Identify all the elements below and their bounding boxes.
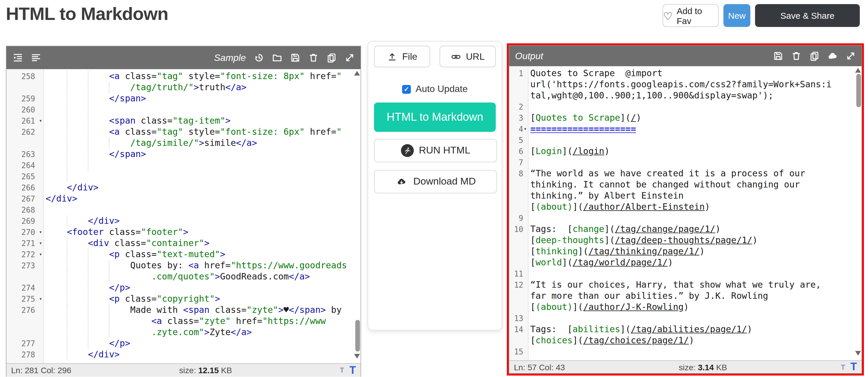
align-lines-icon[interactable]: [30, 52, 41, 63]
code-text[interactable]: </span>: [43, 149, 361, 160]
code-text[interactable]: Tags: [change](/tag/change/page/1/): [528, 224, 862, 235]
code-text[interactable]: thinking.” by Albert Einstein: [528, 191, 862, 202]
code-text[interactable]: [thinking](/tag/thinking/page/1/): [528, 246, 862, 257]
code-text[interactable]: <div class="container">: [43, 238, 361, 249]
code-text[interactable]: Made with <span class="zyte">♥</span> by: [43, 304, 361, 316]
copy-icon[interactable]: [326, 52, 337, 63]
code-text[interactable]: [528, 157, 862, 168]
code-text[interactable]: [Quotes to Scrape](/): [528, 113, 862, 124]
expand-icon[interactable]: [344, 52, 355, 63]
code-segment: /: [631, 113, 636, 123]
code-text[interactable]: “The world as we have created it is a pr…: [528, 168, 862, 179]
code-text[interactable]: Quotes by: <a href="https://www.goodread…: [43, 260, 361, 271]
font-small-toggle[interactable]: T: [841, 363, 845, 371]
code-text[interactable]: tal,wght@0,100..900;1,100..900&display=s…: [528, 90, 862, 102]
sample-label[interactable]: Sample: [214, 52, 246, 63]
copy-icon[interactable]: [809, 51, 819, 61]
fold-arrow-icon[interactable]: ▾: [39, 249, 42, 260]
indent-icon[interactable]: [12, 52, 23, 63]
code-text[interactable]: <p class="copyright">: [43, 293, 361, 304]
code-segment: ): [752, 235, 758, 245]
run-html-button[interactable]: RUN HTML: [374, 139, 497, 162]
code-text[interactable]: “It is our choices, Harry, that show wha…: [528, 280, 862, 291]
scrollbar-thumb[interactable]: [355, 320, 360, 351]
save-icon[interactable]: [773, 51, 783, 61]
url-button[interactable]: URL: [440, 46, 496, 67]
code-text[interactable]: </div>: [43, 193, 361, 204]
save-icon[interactable]: [290, 52, 300, 63]
font-small-toggle[interactable]: T: [340, 366, 344, 374]
code-text[interactable]: .com/quotes">GoodReads.com</a>: [43, 271, 361, 282]
code-text[interactable]: far more than our abilities.” by J.K. Ro…: [528, 291, 862, 302]
code-text[interactable]: url('https://fonts.googleapis.com/css2?f…: [528, 79, 862, 90]
code-text[interactable]: </span>: [43, 93, 361, 104]
code-text[interactable]: ====================: [528, 124, 862, 135]
trash-icon[interactable]: [791, 51, 801, 61]
code-text[interactable]: <a class="tag" style="font-size: 8px" hr…: [43, 71, 361, 82]
code-text[interactable]: <a class="zyte" href="https://www: [43, 316, 361, 327]
code-text[interactable]: [43, 204, 361, 215]
code-text[interactable]: [528, 346, 862, 357]
indent-guide: [67, 126, 67, 138]
code-text[interactable]: [world](/tag/world/page/1/): [528, 257, 862, 268]
folder-icon[interactable]: [272, 52, 282, 63]
output-code-area[interactable]: 1Quotes to Scrape @importurl('https://fo…: [509, 66, 862, 360]
code-text[interactable]: thinking. It cannot be changed without c…: [528, 179, 862, 191]
code-segment: [: [530, 235, 535, 245]
trash-icon[interactable]: [308, 52, 318, 63]
cloud-download-icon[interactable]: [827, 51, 838, 61]
code-text[interactable]: </p>: [43, 338, 361, 349]
code-text[interactable]: [43, 171, 361, 182]
code-text[interactable]: [Login](/login): [528, 146, 862, 157]
code-text[interactable]: </p>: [43, 282, 361, 293]
code-text[interactable]: [deep-thoughts](/tag/deep-thoughts/page/…: [528, 235, 862, 246]
fold-arrow-icon[interactable]: ▾: [39, 293, 42, 304]
code-text[interactable]: .zyte.com">Zyte</a>: [43, 327, 361, 338]
scroll-down-arrow[interactable]: [855, 351, 861, 356]
history-icon[interactable]: [253, 52, 264, 63]
fold-arrow-icon[interactable]: ▾: [39, 115, 42, 126]
code-text[interactable]: [(about)](/author/J-K-Rowling): [528, 302, 862, 313]
code-segment: <span: [109, 115, 141, 126]
add-to-fav-button[interactable]: ♡ Add to Fav: [662, 4, 719, 27]
save-share-button[interactable]: Save & Share: [755, 4, 860, 27]
scroll-up-arrow[interactable]: [354, 71, 360, 76]
code-text[interactable]: [528, 135, 862, 146]
code-text[interactable]: [choices](/tag/choices/page/1/): [528, 335, 862, 346]
code-text[interactable]: <p class="text-muted">: [43, 249, 361, 260]
file-upload-button[interactable]: File: [374, 46, 430, 67]
fold-arrow-icon[interactable]: ▾: [39, 227, 42, 238]
code-text[interactable]: [528, 313, 862, 324]
font-large-toggle[interactable]: T: [349, 364, 356, 376]
code-text[interactable]: [43, 160, 361, 171]
auto-update-checkbox[interactable]: ✓: [402, 85, 411, 93]
code-text[interactable]: [528, 102, 862, 113]
code-text[interactable]: <footer class="footer">: [43, 227, 361, 238]
line-number: 259: [6, 93, 43, 104]
code-text[interactable]: </div>: [43, 182, 361, 193]
code-text[interactable]: <a class="tag" style="font-size: 6px" hr…: [43, 126, 361, 138]
expand-icon[interactable]: [845, 51, 856, 61]
code-segment: “It is our choices, Harry, that show wha…: [530, 280, 821, 290]
download-md-button[interactable]: Download MD: [374, 170, 497, 193]
scroll-down-arrow[interactable]: [354, 354, 360, 358]
font-large-toggle[interactable]: T: [850, 361, 857, 373]
scrollbar-thumb[interactable]: [856, 74, 861, 107]
code-text[interactable]: [528, 268, 862, 280]
scroll-up-arrow[interactable]: [855, 68, 861, 72]
code-text[interactable]: Tags: [abilities](/tag/abilities/page/1/…: [528, 324, 862, 335]
code-text[interactable]: [528, 213, 862, 224]
code-text[interactable]: </div>: [43, 349, 361, 360]
code-text[interactable]: /tag/truth/">truth</a>: [43, 82, 361, 93]
new-button[interactable]: New: [723, 4, 750, 27]
fold-arrow-icon[interactable]: ▾: [39, 238, 42, 249]
code-text[interactable]: Quotes to Scrape @import: [528, 68, 862, 79]
code-text[interactable]: [(about)](/author/Albert-Einstein): [528, 202, 862, 213]
code-text[interactable]: /tag/simile/">simile</a>: [43, 138, 361, 149]
code-text[interactable]: </div>: [43, 215, 361, 227]
convert-button[interactable]: HTML to Markdown: [374, 103, 496, 132]
code-text[interactable]: <span class="tag-item">: [43, 115, 361, 126]
code-text[interactable]: [43, 104, 361, 115]
source-code-area[interactable]: 258<a class="tag" style="font-size: 8px"…: [6, 69, 361, 363]
fold-arrow-icon[interactable]: ▾: [524, 124, 527, 135]
